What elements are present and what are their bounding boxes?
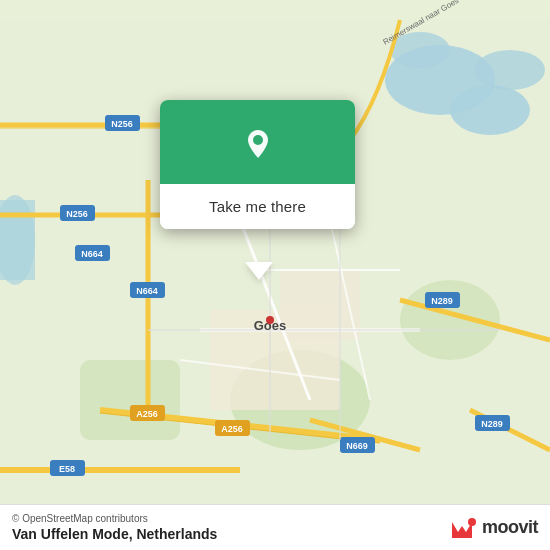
svg-text:N669: N669 (346, 441, 368, 451)
map-container: N256 N256 N664 N664 A256 A256 E58 N289 N… (0, 0, 550, 550)
osm-credit: © OpenStreetMap contributors (12, 513, 217, 524)
moovit-text: moovit (482, 517, 538, 538)
svg-text:N664: N664 (136, 286, 158, 296)
popup-tail (245, 262, 273, 280)
location-name: Van Uffelen Mode, Netherlands (12, 526, 217, 542)
popup-header (160, 100, 355, 184)
svg-point-2 (450, 85, 530, 135)
svg-text:E58: E58 (59, 464, 75, 474)
svg-text:N256: N256 (66, 209, 88, 219)
svg-text:N256: N256 (111, 119, 133, 129)
map-svg: N256 N256 N664 N664 A256 A256 E58 N289 N… (0, 0, 550, 550)
footer: © OpenStreetMap contributors Van Uffelen… (0, 504, 550, 550)
footer-left: © OpenStreetMap contributors Van Uffelen… (12, 513, 217, 542)
svg-text:N664: N664 (81, 249, 103, 259)
svg-point-54 (253, 135, 263, 145)
take-me-there-button[interactable]: Take me there (160, 184, 355, 229)
svg-text:N289: N289 (481, 419, 503, 429)
svg-rect-8 (80, 360, 180, 440)
svg-text:A256: A256 (136, 409, 158, 419)
moovit-icon (448, 514, 476, 542)
svg-point-4 (475, 50, 545, 90)
svg-point-52 (266, 316, 274, 324)
svg-point-55 (468, 518, 476, 526)
svg-text:N289: N289 (431, 296, 453, 306)
svg-text:A256: A256 (221, 424, 243, 434)
moovit-logo: moovit (448, 514, 538, 542)
popup-card: Take me there (160, 100, 355, 229)
location-pin-icon (236, 122, 280, 166)
